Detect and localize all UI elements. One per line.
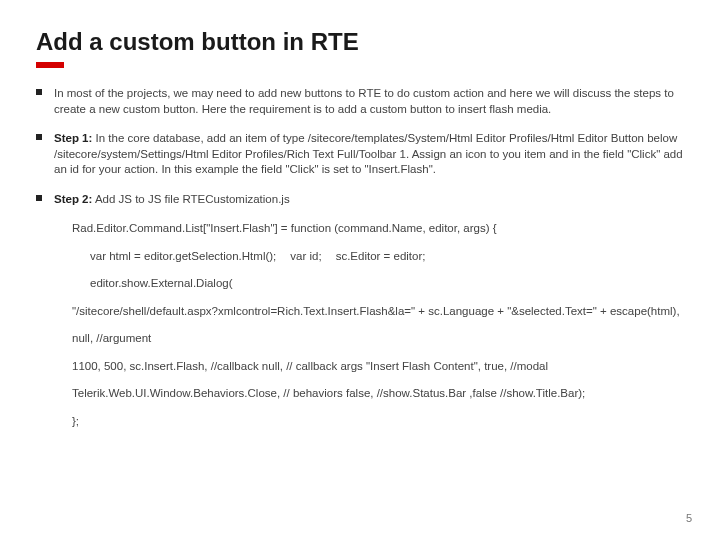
step2-label: Step 2: (54, 193, 92, 205)
code-line-6: 1100, 500, sc.Insert.Flash, //callback n… (72, 359, 684, 375)
page-title: Add a custom button in RTE (36, 28, 684, 56)
code-l2b: var id; (290, 250, 321, 262)
code-line-7: Telerik.Web.UI.Window.Behaviors.Close, /… (72, 386, 684, 402)
code-l2c: sc.Editor = editor; (336, 250, 426, 262)
code-line-4: "/sitecore/shell/default.aspx?xmlcontrol… (72, 304, 684, 320)
page-number: 5 (686, 512, 692, 524)
code-line-2: var html = editor.getSelection.Html();va… (72, 249, 684, 265)
bullet-step2: Step 2: Add JS to JS file RTECustomizati… (36, 192, 684, 208)
code-line-8: }; (72, 414, 684, 430)
code-line-5: null, //argument (72, 331, 684, 347)
code-line-1: Rad.Editor.Command.List["Insert.Flash"] … (72, 221, 684, 237)
bullet-intro: In most of the projects, we may need to … (36, 86, 684, 117)
accent-bar (36, 62, 64, 68)
step1-label: Step 1: (54, 132, 92, 144)
code-line-3: editor.show.External.Dialog( (72, 276, 684, 292)
bullet-step1: Step 1: In the core database, add an ite… (36, 131, 684, 178)
bullet-list: In most of the projects, we may need to … (36, 86, 684, 207)
code-block: Rad.Editor.Command.List["Insert.Flash"] … (36, 221, 684, 429)
step2-text: Add JS to JS file RTECustomization.js (92, 193, 289, 205)
step1-text: In the core database, add an item of typ… (54, 132, 683, 175)
code-l2a: var html = editor.getSelection.Html(); (90, 250, 276, 262)
